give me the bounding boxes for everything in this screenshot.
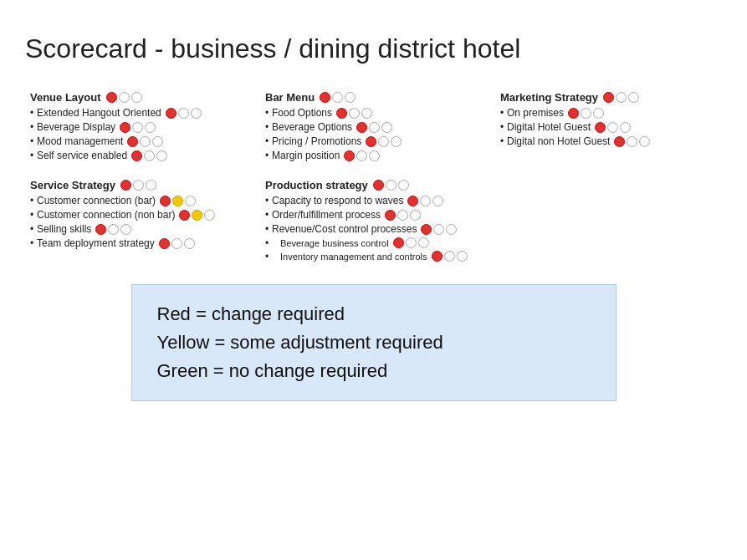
- indicator-dots: [595, 122, 631, 133]
- scorecard-grid: Venue LayoutExtended Hangout OrientedBev…: [25, 88, 722, 267]
- item-label: Beverage Display: [37, 121, 115, 133]
- empty-dot: [397, 210, 408, 221]
- indicator-dots: [614, 136, 650, 147]
- items-list: Capacity to respond to wavesOrder/fulfil…: [265, 195, 482, 262]
- red-dot: [106, 92, 117, 103]
- empty-dot: [152, 136, 163, 147]
- empty-dot: [131, 92, 142, 103]
- item-label: Margin position: [272, 150, 340, 161]
- empty-dot: [616, 92, 627, 103]
- empty-dot: [581, 108, 591, 119]
- indicator-dots: [320, 92, 356, 103]
- legend-green: Green = no change required: [157, 357, 591, 385]
- empty-dot: [146, 180, 156, 191]
- page-title: Scorecard - business / dining district h…: [25, 33, 722, 64]
- item-label: Mood management: [37, 135, 123, 147]
- empty-dot: [446, 224, 457, 235]
- list-item: Pricing / Promotions: [265, 135, 482, 147]
- item-label: Beverage Options: [272, 121, 352, 133]
- legend-box: Red = change required Yellow = some adju…: [131, 284, 617, 401]
- indicator-dots: [366, 136, 402, 147]
- empty-dot: [184, 238, 195, 249]
- red-dot: [595, 122, 606, 133]
- indicator-dots: [336, 108, 372, 119]
- red-dot: [366, 136, 376, 147]
- item-label: Capacity to respond to waves: [272, 195, 403, 206]
- red-dot: [614, 136, 625, 147]
- red-dot: [120, 122, 130, 133]
- section-title-text: Marketing Strategy: [500, 91, 598, 104]
- empty-dot: [391, 136, 402, 147]
- red-dot: [603, 92, 614, 103]
- red-dot: [432, 251, 443, 262]
- indicator-dots: [373, 180, 409, 191]
- indicator-dots: [568, 108, 604, 119]
- item-label: Digital Hotel Guest: [507, 121, 591, 133]
- section-production-strategy: Production strategyCapacity to respond t…: [260, 176, 487, 267]
- section-title-bar-menu: Bar Menu: [265, 91, 482, 104]
- empty-dot: [378, 136, 389, 147]
- section-empty-col: [495, 176, 722, 267]
- empty-dot: [156, 150, 167, 161]
- empty-dot: [410, 210, 421, 221]
- section-title-text: Production strategy: [265, 179, 368, 191]
- empty-dot: [406, 237, 417, 248]
- indicator-dots: [344, 150, 380, 161]
- item-label: Digital non Hotel Guest: [507, 135, 610, 147]
- legend-red: Red = change required: [157, 300, 591, 328]
- item-label: Team deployment strategy: [37, 237, 155, 249]
- section-title-service-strategy: Service Strategy: [30, 179, 247, 191]
- red-dot: [356, 122, 367, 133]
- red-dot: [320, 92, 330, 103]
- item-label: Customer connection (bar): [37, 195, 156, 206]
- item-label: Pricing / Promotions: [272, 135, 361, 147]
- item-label: Customer connection (non bar): [37, 209, 175, 221]
- indicator-dots: [179, 210, 215, 221]
- empty-dot: [349, 108, 360, 119]
- red-dot: [120, 180, 131, 191]
- red-dot: [568, 108, 579, 119]
- list-item: Team deployment strategy: [30, 237, 247, 249]
- section-bar-menu: Bar MenuFood OptionsBeverage OptionsPric…: [260, 88, 487, 167]
- empty-dot: [132, 122, 143, 133]
- list-item: Self service enabled: [30, 150, 247, 161]
- indicator-dots: [393, 237, 429, 248]
- empty-dot: [386, 180, 397, 191]
- indicator-dots: [166, 108, 202, 119]
- indicator-dots: [421, 224, 457, 235]
- item-label: On premises: [507, 107, 564, 119]
- items-list: On premisesDigital Hotel GuestDigital no…: [500, 107, 717, 147]
- indicator-dots: [131, 150, 167, 161]
- empty-dot: [607, 122, 618, 133]
- empty-dot: [433, 224, 444, 235]
- section-title-text: Service Strategy: [30, 179, 115, 191]
- list-item: Order/fulfillment process: [265, 209, 482, 221]
- section-title-production-strategy: Production strategy: [265, 179, 482, 191]
- empty-dot: [369, 150, 380, 161]
- list-item: Digital non Hotel Guest: [500, 135, 717, 147]
- empty-dot: [627, 136, 637, 147]
- empty-dot: [420, 196, 431, 206]
- red-dot: [393, 237, 404, 248]
- empty-dot: [332, 92, 343, 103]
- list-item: Customer connection (non bar): [30, 209, 247, 221]
- empty-dot: [191, 108, 202, 119]
- list-item: Margin position: [265, 150, 482, 161]
- empty-dot: [145, 122, 156, 133]
- empty-dot: [432, 196, 443, 206]
- list-item: Extended Hangout Oriented: [30, 107, 247, 119]
- empty-dot: [628, 92, 639, 103]
- empty-dot: [133, 180, 144, 191]
- item-label: Food Options: [272, 107, 332, 119]
- empty-dot: [361, 108, 372, 119]
- empty-dot: [444, 251, 455, 262]
- list-item: Selling skills: [30, 223, 247, 235]
- item-label: Revenue/Cost control processes: [272, 223, 417, 235]
- yellow-dot: [192, 210, 202, 221]
- indicator-dots: [95, 224, 131, 235]
- empty-dot: [185, 196, 196, 206]
- red-dot: [166, 108, 177, 119]
- list-item: On premises: [500, 107, 717, 119]
- item-label: Self service enabled: [37, 150, 127, 161]
- red-dot: [373, 180, 384, 191]
